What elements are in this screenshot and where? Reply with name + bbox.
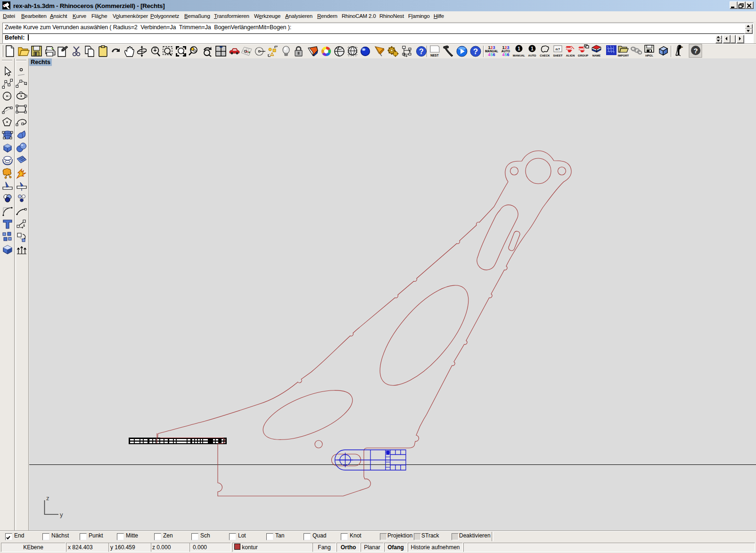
svg-text:1: 1 <box>518 46 520 51</box>
svg-text:CHECK: CHECK <box>540 54 550 57</box>
svg-text:SHEET: SHEET <box>553 54 562 57</box>
svg-text:IMPORT: IMPORT <box>618 54 629 57</box>
svg-text:?: ? <box>473 47 478 56</box>
svg-text:?: ? <box>693 47 698 55</box>
svg-text:z: z <box>46 495 49 502</box>
svg-text:?: ? <box>419 48 424 56</box>
svg-text:n?: n? <box>556 47 560 51</box>
svg-text:HPGL: HPGL <box>645 54 653 57</box>
svg-text:AUTO: AUTO <box>528 54 536 57</box>
svg-text:y: y <box>60 511 63 518</box>
svg-text:MANUAL: MANUAL <box>513 54 525 57</box>
svg-text:1: 1 <box>531 46 534 51</box>
svg-text:ALIGN: ALIGN <box>566 54 575 57</box>
svg-text:456: 456 <box>502 52 509 57</box>
svg-text:GROUP: GROUP <box>578 54 588 57</box>
svg-text:456: 456 <box>488 52 495 57</box>
svg-text:NEST: NEST <box>430 54 438 57</box>
svg-text:NAME: NAME <box>592 54 601 57</box>
